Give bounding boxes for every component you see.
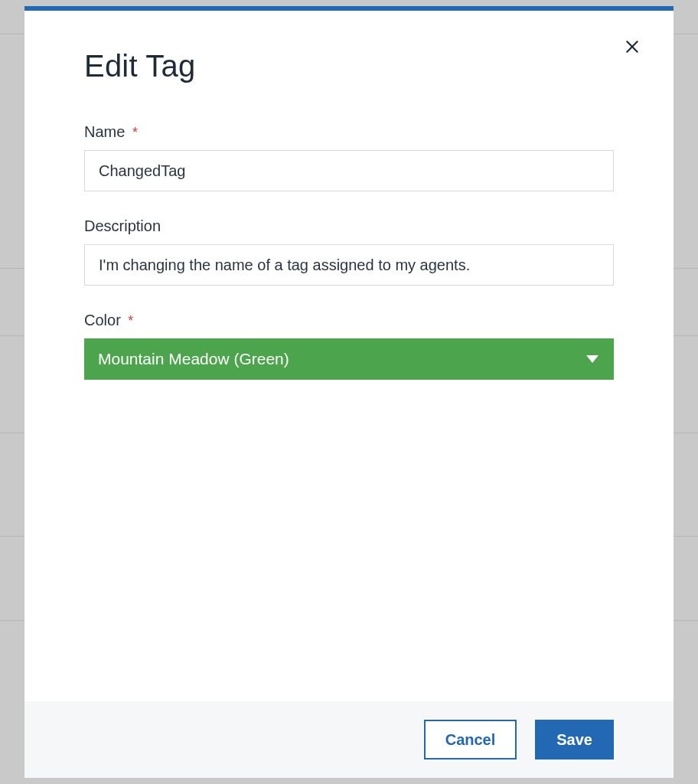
modal-title: Edit Tag — [84, 49, 614, 83]
description-label-text: Description — [84, 217, 161, 234]
close-button[interactable] — [617, 32, 647, 63]
modal-body: Edit Tag Name * Description Color * Moun… — [24, 11, 674, 701]
description-input[interactable] — [84, 244, 614, 286]
color-field: Color * Mountain Meadow (Green) — [84, 312, 614, 380]
color-select-value: Mountain Meadow (Green) — [98, 350, 289, 368]
close-icon — [625, 39, 640, 57]
modal-footer: Cancel Save — [24, 701, 674, 778]
description-field: Description — [84, 217, 614, 286]
cancel-button-label: Cancel — [445, 731, 496, 749]
name-input[interactable] — [84, 150, 614, 191]
save-button[interactable]: Save — [535, 720, 614, 760]
description-label: Description — [84, 217, 614, 235]
save-button-label: Save — [556, 731, 592, 749]
edit-tag-modal: Edit Tag Name * Description Color * Moun… — [24, 6, 674, 778]
color-select[interactable]: Mountain Meadow (Green) — [84, 338, 614, 380]
name-label-text: Name — [84, 123, 125, 140]
cancel-button[interactable]: Cancel — [424, 720, 517, 760]
color-label: Color * — [84, 312, 614, 329]
name-field: Name * — [84, 123, 614, 191]
name-label: Name * — [84, 123, 614, 141]
color-select-wrap: Mountain Meadow (Green) — [84, 338, 614, 380]
required-indicator: * — [132, 125, 138, 140]
required-indicator: * — [128, 313, 133, 328]
color-label-text: Color — [84, 312, 121, 328]
